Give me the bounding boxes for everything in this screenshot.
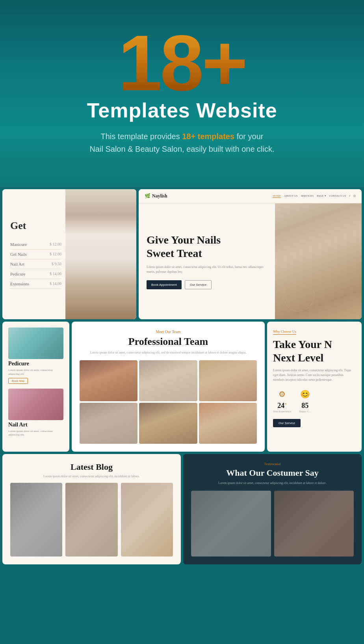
bottom-fade bbox=[0, 567, 364, 575]
nav-link-about: ABOUT US bbox=[284, 194, 298, 198]
nav-social-ig: ◎ bbox=[353, 194, 356, 198]
nav-link-page: PAGE ▾ bbox=[317, 194, 326, 198]
service-list-left: Get Manicure $ 12.00 Gel Nails $ 12.00 N… bbox=[2, 189, 65, 319]
service-price: $ 12.00 bbox=[50, 242, 61, 247]
naylish-nav-links: HOME ABOUT US SERVICES PAGE ▾ CONTACT US… bbox=[273, 194, 356, 198]
hero-number: 18+ bbox=[118, 24, 246, 102]
service-name: Manicure bbox=[10, 242, 27, 247]
template-card-why-choose: Why Choose Us Take Your NNext Level Lore… bbox=[267, 322, 362, 452]
happy-label: Happy C... bbox=[299, 410, 311, 413]
team-section-label: Meet Our Team bbox=[156, 329, 181, 334]
why-stats: ⚙ 24+ Year Experience 😊 85 Happy C... bbox=[273, 388, 356, 413]
why-stat-happy: 😊 85 Happy C... bbox=[299, 388, 311, 413]
template-card-service-list: Get Manicure $ 12.00 Gel Nails $ 12.00 N… bbox=[2, 189, 136, 319]
service-block-pedicure: Pedicure Lorem ipsum dolor sit amet, con… bbox=[8, 328, 63, 384]
service-block-nail-art: Nail Art Lorem ipsum dolor sit amet, con… bbox=[8, 389, 63, 437]
list-item: Manicure $ 12.00 bbox=[10, 240, 61, 249]
blog-image-3 bbox=[121, 483, 173, 557]
team-body: Lorem ipsum dolor sit amet, consectetur … bbox=[90, 351, 247, 354]
gallery-row-3: Latest Blog Lorem ipsum dolor sit amet, … bbox=[0, 454, 364, 567]
nail-art-title: Nail Art bbox=[8, 422, 63, 428]
team-member-1 bbox=[80, 360, 137, 401]
hero-section: 18+ Templates Website This template prov… bbox=[0, 0, 364, 187]
template-card-naylish: 🌿 Naylish HOME ABOUT US SERVICES PAGE ▾ … bbox=[139, 189, 362, 319]
pedicure-title: Pedicure bbox=[8, 361, 63, 367]
pedicure-image bbox=[8, 328, 63, 359]
experience-icon: ⚙ bbox=[276, 388, 288, 400]
team-member-6 bbox=[199, 403, 257, 444]
naylish-heading: Give Your NailsSweet Treat bbox=[147, 233, 267, 260]
btn-book-pedicure[interactable]: Book Now bbox=[8, 378, 28, 384]
service-price: $ 14.00 bbox=[50, 281, 61, 286]
service-price: $ 12.00 bbox=[50, 252, 61, 257]
testimonial-label: Testimonial bbox=[264, 462, 280, 466]
team-member-3 bbox=[199, 360, 257, 401]
blog-heading: Latest Blog bbox=[71, 462, 113, 472]
list-item: Gel Nails $ 12.00 bbox=[10, 249, 61, 259]
testimonial-images bbox=[191, 491, 354, 557]
service-name: Extensions bbox=[10, 281, 29, 286]
blog-image-2 bbox=[65, 483, 117, 557]
list-item: Nail Art $ 9.50 bbox=[10, 259, 61, 269]
template-card-blog: Latest Blog Lorem ipsum dolor sit amet, … bbox=[2, 454, 181, 564]
naylish-buttons: Book Appointment Our Service bbox=[147, 280, 267, 289]
gallery-section: Get Manicure $ 12.00 Gel Nails $ 12.00 N… bbox=[0, 187, 364, 575]
service-price: $ 9.50 bbox=[52, 262, 61, 266]
naylish-hero-text: Give Your NailsSweet Treat Lorem ipsum d… bbox=[139, 203, 275, 319]
service-name: Nail Art bbox=[10, 262, 24, 266]
team-heading: Professional Team bbox=[128, 336, 208, 348]
experience-label: Year Experience bbox=[273, 410, 291, 413]
list-item: Pedicure $ 14.00 bbox=[10, 269, 61, 279]
nav-link-home: HOME bbox=[273, 194, 281, 198]
logo-text: Naylish bbox=[152, 193, 167, 199]
happy-number: 85 bbox=[301, 402, 308, 410]
naylish-hero-body: Lorem ipsum dolor sit amet, consectetur … bbox=[147, 265, 267, 274]
template-card-testimonial: Testimonial What Our Costumer Say Lorem … bbox=[183, 454, 362, 564]
why-heading: Take Your NNext Level bbox=[273, 338, 356, 364]
btn-our-service[interactable]: Our Service bbox=[273, 419, 301, 427]
naylish-logo: 🌿 Naylish bbox=[145, 193, 167, 199]
service-get-label: Get bbox=[10, 220, 61, 232]
naylish-hero-content: Give Your NailsSweet Treat Lorem ipsum d… bbox=[139, 203, 362, 319]
why-body: Lorem ipsum dolor sit amet, consectetur … bbox=[273, 368, 356, 382]
btn-our-service-outline[interactable]: Our Service bbox=[185, 280, 212, 289]
service-name: Pedicure bbox=[10, 272, 25, 276]
experience-number: 24+ bbox=[277, 402, 287, 410]
nail-art-body: Lorem ipsum dolor sit amet, consectetur … bbox=[8, 430, 63, 437]
template-card-services-vertical: Pedicure Lorem ipsum dolor sit amet, con… bbox=[2, 322, 69, 452]
service-photo bbox=[65, 189, 136, 319]
why-label: Why Choose Us bbox=[273, 329, 296, 335]
template-card-team: Meet Our Team Professional Team Lorem ip… bbox=[72, 322, 265, 452]
nav-social-f: f bbox=[349, 194, 350, 198]
hero-desc-before: This template provides bbox=[101, 132, 182, 141]
team-member-2 bbox=[139, 360, 197, 401]
testimonial-heading: What Our Costumer Say bbox=[226, 468, 318, 478]
nail-art-image bbox=[8, 389, 63, 420]
blog-image-1 bbox=[10, 483, 62, 557]
btn-book-appointment[interactable]: Book Appointment bbox=[147, 280, 182, 289]
testimonial-body: Lorem ipsum dolor sit amet, consectetur … bbox=[218, 481, 327, 485]
team-member-5 bbox=[139, 403, 197, 444]
service-list: Manicure $ 12.00 Gel Nails $ 12.00 Nail … bbox=[10, 240, 61, 289]
nav-link-services: SERVICES bbox=[301, 194, 314, 198]
hero-desc-highlight: 18+ templates bbox=[182, 132, 234, 141]
testimonial-image-2 bbox=[274, 491, 354, 557]
naylish-hero-image bbox=[275, 203, 362, 319]
naylish-decoration bbox=[283, 280, 314, 311]
team-member-4 bbox=[80, 403, 137, 444]
testimonial-image-1 bbox=[191, 491, 271, 557]
logo-icon: 🌿 bbox=[145, 193, 150, 199]
team-grid bbox=[80, 360, 257, 444]
why-stat-experience: ⚙ 24+ Year Experience bbox=[273, 388, 291, 413]
service-name: Gel Nails bbox=[10, 252, 27, 257]
service-price: $ 14.00 bbox=[50, 272, 61, 276]
list-item: Extensions $ 14.00 bbox=[10, 279, 61, 289]
naylish-navbar: 🌿 Naylish HOME ABOUT US SERVICES PAGE ▾ … bbox=[139, 189, 362, 203]
pedicure-body: Lorem ipsum dolor sit amet, consectetur … bbox=[8, 369, 63, 376]
happy-icon: 😊 bbox=[299, 388, 311, 400]
nav-link-contact: CONTACT US bbox=[329, 194, 346, 198]
blog-body: Lorem ipsum dolor sit amet, consectetur … bbox=[43, 475, 140, 478]
gallery-row-1: Get Manicure $ 12.00 Gel Nails $ 12.00 N… bbox=[0, 187, 364, 322]
hero-title: Templates Website bbox=[87, 99, 277, 122]
hero-description: This template provides 18+ templates for… bbox=[89, 130, 274, 155]
